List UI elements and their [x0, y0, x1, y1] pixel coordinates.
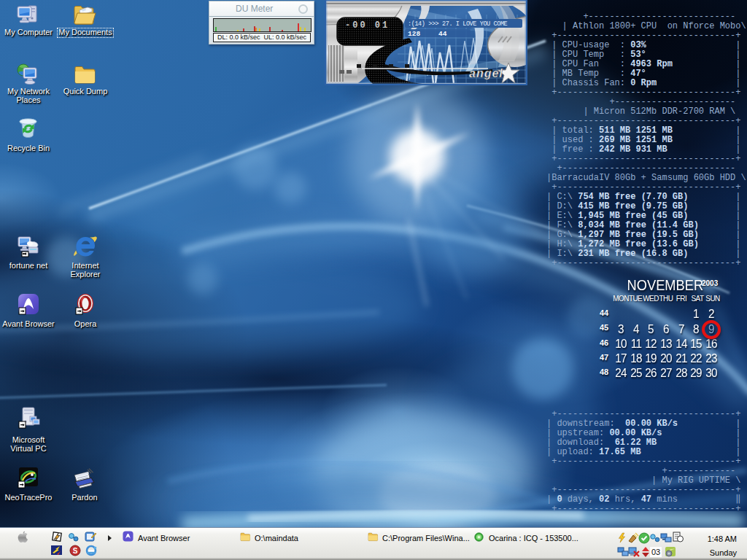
svg-text:44: 44: [438, 30, 447, 38]
svg-text:angel: angel: [469, 67, 503, 79]
svg-text:128: 128: [408, 30, 420, 38]
svg-text:S: S: [73, 547, 78, 555]
svg-text::(14) >>> 27. I LOVE YOU COM: :(14) >>> 27. I LOVE YOU COME: [408, 20, 508, 28]
svg-text:-00 01: -00 01: [345, 20, 390, 31]
